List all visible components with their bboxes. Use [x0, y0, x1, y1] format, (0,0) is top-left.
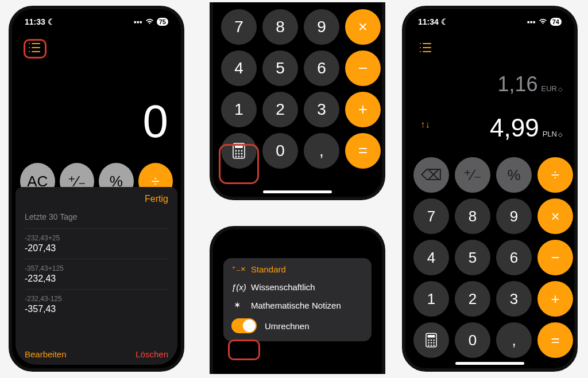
key-3[interactable]: 3	[304, 92, 339, 127]
calculator-icon	[425, 333, 437, 348]
dnd-moon-icon: ☾	[48, 17, 55, 26]
decimal-button[interactable]: ,	[304, 133, 339, 169]
mode-convert-row[interactable]: Umrechnen	[231, 318, 363, 333]
phone-currency: 11:34 ☾ ▪▪▪ 74 1,16 EUR◇ 4,99 PLN◇ ↑↓	[402, 6, 578, 372]
history-list-icon[interactable]	[419, 42, 432, 55]
history-result: -207,43	[25, 243, 168, 254]
mathnotes-mode-icon: ✶	[231, 300, 243, 310]
delete-button[interactable]: Löschen	[136, 349, 168, 359]
key-1[interactable]: 1	[221, 92, 257, 127]
status-time: 11:33	[25, 17, 45, 26]
highlight-convert-toggle	[228, 340, 260, 360]
value-result: 1,16	[497, 72, 537, 96]
sign-button[interactable]: ⁺⁄₋	[455, 157, 490, 193]
equals-button[interactable]: =	[345, 133, 381, 169]
svg-point-28	[428, 342, 430, 344]
mode-standard[interactable]: ⁺₋× Standard	[231, 264, 363, 274]
history-result: -357,43	[25, 304, 168, 314]
divide-button[interactable]: ÷	[537, 157, 573, 193]
key-9[interactable]: 9	[496, 198, 532, 234]
equals-button[interactable]: =	[537, 322, 573, 358]
svg-point-33	[433, 345, 435, 346]
mode-menu: ⁺₋× Standard ƒ(x) Wissenschaftlich ✶ Mat…	[223, 258, 372, 341]
svg-point-29	[431, 342, 432, 344]
notch	[269, 234, 326, 249]
key-5[interactable]: 5	[455, 240, 490, 275]
multiply-button[interactable]: ×	[537, 198, 573, 234]
chevron-updown-icon: ◇	[558, 86, 562, 92]
history-item[interactable]: -232,43-125 -357,43	[25, 289, 168, 319]
history-expression: -232,43-125	[25, 295, 168, 303]
highlight-history-icon	[24, 39, 47, 59]
home-indicator[interactable]	[263, 190, 332, 193]
key-7[interactable]: 7	[221, 9, 257, 45]
highlight-mode-button	[219, 144, 259, 184]
edit-button[interactable]: Bearbeiten	[25, 349, 67, 359]
key-8[interactable]: 8	[262, 9, 298, 45]
key-9[interactable]: 9	[304, 9, 339, 45]
plus-button[interactable]: +	[537, 281, 573, 317]
calc-display: 0	[143, 95, 169, 148]
key-5[interactable]: 5	[262, 50, 298, 86]
wifi-icon	[145, 17, 154, 26]
phone-history: 11:33 ☾ ▪▪▪ 75 0 AC ⁺⁄₋ % ÷ Fertig Letzt…	[9, 6, 184, 372]
mode-scientific[interactable]: ƒ(x) Wissenschaftlich	[231, 282, 363, 292]
notch	[462, 14, 518, 29]
mode-math-notes[interactable]: ✶ Mathematische Notizen	[231, 300, 363, 310]
key-6[interactable]: 6	[496, 240, 532, 275]
chevron-updown-icon: ◇	[558, 131, 562, 138]
calc-keypad: ⌫ ⁺⁄₋ % ÷ 7 8 9 × 4 5 6 − 1 2 3 + 0 , =	[405, 157, 574, 358]
notch	[68, 14, 125, 29]
mode-label: Standard	[251, 264, 286, 274]
history-expression: -357,43+125	[25, 264, 168, 272]
mode-label: Mathematische Notizen	[251, 301, 341, 310]
key-2[interactable]: 2	[455, 281, 490, 317]
status-time: 11:34	[418, 17, 439, 26]
plus-button[interactable]: +	[345, 92, 381, 127]
currency-target[interactable]: EUR◇	[541, 84, 562, 93]
home-indicator[interactable]	[455, 362, 524, 365]
convert-toggle[interactable]	[231, 318, 257, 333]
wifi-icon	[539, 17, 547, 26]
battery-level: 74	[550, 18, 562, 26]
currency-source[interactable]: PLN◇	[543, 130, 562, 138]
standard-mode-icon: ⁺₋×	[231, 264, 243, 274]
phone-keypad: 7 8 9 × 4 5 6 − 1 2 3 + 0 , =	[210, 2, 385, 200]
mode-button[interactable]	[413, 322, 449, 358]
dnd-moon-icon: ☾	[441, 17, 448, 26]
phone-mode-menu: ⁺₋× Standard ƒ(x) Wissenschaftlich ✶ Mat…	[210, 226, 385, 374]
battery-level: 75	[157, 18, 168, 26]
key-2[interactable]: 2	[262, 92, 298, 127]
minus-button[interactable]: −	[345, 50, 381, 86]
history-section-title: Letzte 30 Tage	[25, 212, 168, 221]
swap-currencies-icon[interactable]: ↑↓	[420, 119, 430, 131]
percent-button[interactable]: %	[496, 157, 532, 193]
multiply-button[interactable]: ×	[345, 9, 381, 45]
key-8[interactable]: 8	[455, 198, 490, 234]
minus-button[interactable]: −	[537, 240, 573, 275]
svg-point-30	[433, 342, 435, 344]
scientific-mode-icon: ƒ(x)	[231, 282, 243, 292]
key-7[interactable]: 7	[413, 198, 449, 234]
key-3[interactable]: 3	[496, 281, 532, 317]
decimal-button[interactable]: ,	[496, 322, 532, 358]
history-item[interactable]: -232,43+25 -207,43	[25, 228, 168, 259]
cell-signal-icon: ▪▪▪	[134, 17, 142, 26]
key-0[interactable]: 0	[455, 322, 490, 358]
history-expression: -232,43+25	[25, 234, 168, 242]
svg-point-27	[433, 340, 435, 341]
currency-display: 1,16 EUR◇ 4,99 PLN◇	[405, 72, 574, 142]
mode-label: Umrechnen	[265, 321, 310, 331]
svg-point-25	[428, 340, 430, 341]
key-4[interactable]: 4	[413, 240, 449, 275]
key-1[interactable]: 1	[413, 281, 449, 317]
backspace-button[interactable]: ⌫	[413, 157, 449, 193]
key-4[interactable]: 4	[221, 50, 257, 86]
history-item[interactable]: -357,43+125 -232,43	[25, 259, 168, 289]
done-button[interactable]: Fertig	[25, 194, 168, 204]
cell-signal-icon: ▪▪▪	[527, 17, 536, 26]
key-6[interactable]: 6	[304, 50, 339, 86]
key-0[interactable]: 0	[262, 133, 298, 169]
history-result: -232,43	[25, 274, 168, 284]
svg-point-26	[431, 340, 432, 341]
